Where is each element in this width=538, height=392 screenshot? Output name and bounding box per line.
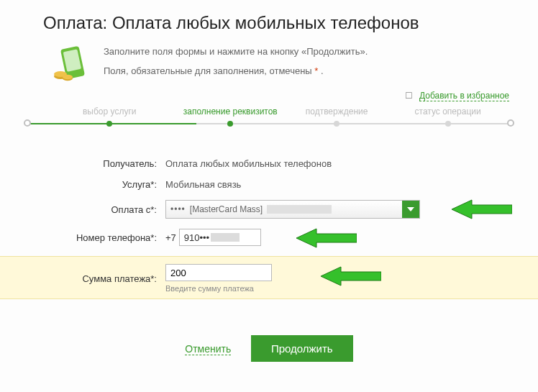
continue-button[interactable]: Продолжить — [251, 335, 353, 362]
amount-row: Сумма платежа*: Введите сумму платежа — [29, 264, 509, 293]
annotation-arrow-icon — [296, 227, 357, 249]
step-label: статус операции — [415, 106, 481, 117]
phone-coins-icon — [52, 45, 91, 83]
phone-prefix: +7 — [165, 232, 176, 243]
annotation-arrow-icon — [321, 265, 381, 287]
phone-row: Номер телефона*: +7 910••• — [29, 229, 509, 246]
intro-text: Заполните поля формы и нажмите на кнопку… — [104, 45, 368, 83]
svg-marker-6 — [452, 200, 512, 219]
favorites-bar: ☐ Добавить в избранное — [0, 86, 538, 106]
amount-row-highlight: Сумма платежа*: Введите сумму платежа — [0, 256, 538, 299]
bookmark-icon: ☐ — [405, 91, 413, 101]
pay-from-label: Оплата с*: — [29, 204, 165, 215]
service-row: Услуга*: Мобильная связь — [29, 179, 509, 190]
page-title: Оплата: Оплата любых мобильных телефонов — [0, 0, 538, 37]
phone-masked-rest — [211, 233, 240, 242]
add-favorite-link[interactable]: Добавить в избранное — [419, 91, 509, 101]
card-select[interactable]: •••• [MasterCard Mass] — [165, 200, 420, 219]
recipient-row: Получатель: Оплата любых мобильных телеф… — [29, 158, 509, 169]
annotation-arrow-icon — [452, 199, 512, 220]
progress-stepper: выбор услуги заполнение реквизитов подтв… — [27, 117, 511, 131]
pay-from-row: Оплата с*: •••• [MasterCard Mass] — [29, 200, 509, 219]
svg-point-5 — [63, 75, 73, 79]
card-mask-dots: •••• — [170, 204, 186, 214]
step-label: подтверждение — [306, 106, 368, 117]
action-bar: Отменить Продолжить — [0, 335, 538, 362]
card-name: [MasterCard Mass] — [190, 204, 263, 214]
phone-value: 910••• — [184, 232, 209, 243]
recipient-label: Получатель: — [29, 158, 165, 169]
step-label: выбор услуги — [83, 106, 137, 117]
svg-marker-7 — [296, 229, 357, 247]
intro-block: Заполните поля формы и нажмите на кнопку… — [0, 37, 538, 86]
amount-input[interactable] — [165, 264, 272, 281]
card-masked-rest — [267, 205, 332, 214]
service-label: Услуга*: — [29, 179, 165, 190]
phone-label: Номер телефона*: — [29, 232, 165, 243]
amount-label: Сумма платежа*: — [29, 273, 165, 284]
payment-form: Получатель: Оплата любых мобильных телеф… — [0, 151, 538, 299]
recipient-value: Оплата любых мобильных телефонов — [165, 158, 332, 169]
svg-marker-8 — [321, 267, 381, 286]
service-value: Мобильная связь — [165, 179, 241, 190]
amount-hint: Введите сумму платежа — [165, 284, 272, 293]
step-label: заполнение реквизитов — [183, 106, 278, 117]
cancel-button[interactable]: Отменить — [185, 343, 231, 355]
intro-line1: Заполните поля формы и нажмите на кнопку… — [104, 45, 368, 60]
intro-line2: Поля, обязательные для заполнения, отмеч… — [104, 64, 368, 79]
dropdown-arrow-icon[interactable] — [402, 201, 419, 218]
phone-input[interactable]: 910••• — [179, 229, 261, 246]
